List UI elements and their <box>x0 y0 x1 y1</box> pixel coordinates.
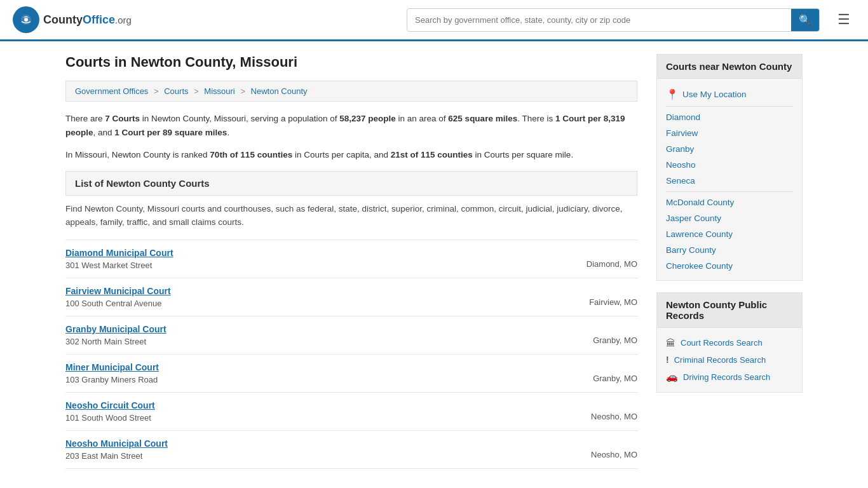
court-city-state: Neosho, MO <box>578 400 637 421</box>
sidebar-divider-2 <box>666 191 793 192</box>
table-row: Neosho Circuit Court 101 South Wood Stre… <box>65 392 637 430</box>
court-name-link[interactable]: Diamond Municipal Court <box>65 248 173 258</box>
info-paragraph-1: There are 7 Courts in Newton County, Mis… <box>65 112 637 139</box>
search-button[interactable]: 🔍 <box>791 9 819 31</box>
breadcrumb-courts[interactable]: Courts <box>164 86 188 96</box>
list-description: Find Newton County, Missouri courts and … <box>65 202 637 229</box>
logo-icon <box>13 6 39 33</box>
court-info: Neosho Municipal Court 203 East Main Str… <box>65 438 168 461</box>
search-input[interactable] <box>407 10 791 30</box>
court-info: Granby Municipal Court 302 North Main St… <box>65 324 166 346</box>
court-city-state: Granby, MO <box>580 324 637 345</box>
court-info: Fairview Municipal Court 100 South Centr… <box>65 286 171 308</box>
list-section-header: List of Newton County Courts <box>65 171 637 196</box>
menu-button[interactable]: ☰ <box>832 11 855 28</box>
table-row: Fairview Municipal Court 100 South Centr… <box>65 278 637 316</box>
courts-near-title: Courts near Newton County <box>657 55 802 79</box>
criminal-records-label: Criminal Records Search <box>674 355 766 365</box>
court-info: Miner Municipal Court 103 Granby Miners … <box>65 362 159 384</box>
court-name-link[interactable]: Neosho Municipal Court <box>65 438 168 449</box>
court-address: 100 South Central Avenue <box>65 299 162 308</box>
sidebar-link-cherokee-county[interactable]: Cherokee County <box>666 258 793 274</box>
criminal-records-icon: ! <box>666 355 669 365</box>
court-info: Neosho Circuit Court 101 South Wood Stre… <box>65 400 155 423</box>
criminal-records-search-link[interactable]: ! Criminal Records Search <box>666 351 793 368</box>
court-info: Diamond Municipal Court 301 West Market … <box>65 248 173 270</box>
court-city-state: Granby, MO <box>580 362 637 383</box>
driving-records-icon: 🚗 <box>666 371 678 383</box>
sidebar-link-barry-county[interactable]: Barry County <box>666 242 793 258</box>
court-address: 302 North Main Street <box>65 337 146 346</box>
logo-link[interactable]: CountyOffice.org <box>13 6 132 33</box>
court-name-link[interactable]: Fairview Municipal Court <box>65 286 171 296</box>
court-name-link[interactable]: Neosho Circuit Court <box>65 400 155 410</box>
breadcrumb-sep-1: > <box>154 86 159 96</box>
use-my-location-link[interactable]: 📍 Use My Location <box>666 85 793 104</box>
sidebar-link-diamond[interactable]: Diamond <box>666 109 793 125</box>
breadcrumb-missouri[interactable]: Missouri <box>204 86 234 96</box>
page-title: Courts in Newton County, Missouri <box>65 54 637 71</box>
table-row: Miner Municipal Court 103 Granby Miners … <box>65 354 637 392</box>
sidebar-link-jasper-county[interactable]: Jasper County <box>666 210 793 226</box>
court-records-label: Court Records Search <box>681 338 763 348</box>
court-address: 103 Granby Miners Road <box>65 375 158 384</box>
court-records-search-link[interactable]: 🏛 Court Records Search <box>666 334 793 351</box>
public-records-box: Newton County Public Records 🏛 Court Rec… <box>656 292 803 393</box>
search-bar: 🔍 <box>407 8 820 32</box>
sidebar-link-mcdonald-county[interactable]: McDonald County <box>666 194 793 210</box>
court-city-state: Neosho, MO <box>578 438 637 459</box>
sidebar-link-neosho[interactable]: Neosho <box>666 157 793 173</box>
table-row: Neosho Municipal Court 203 East Main Str… <box>65 430 637 469</box>
courts-near-content: 📍 Use My Location Diamond Fairview Granb… <box>657 79 802 280</box>
main-container: Courts in Newton County, Missouri Govern… <box>53 41 815 482</box>
driving-records-search-link[interactable]: 🚗 Driving Records Search <box>666 368 793 386</box>
content-area: Courts in Newton County, Missouri Govern… <box>65 54 637 469</box>
courts-list: Diamond Municipal Court 301 West Market … <box>65 240 637 469</box>
court-city-state: Diamond, MO <box>574 248 637 269</box>
sidebar-link-seneca[interactable]: Seneca <box>666 173 793 189</box>
breadcrumb-newton-county[interactable]: Newton County <box>251 86 308 96</box>
logo-text: CountyOffice.org <box>43 13 132 27</box>
breadcrumb-sep-3: > <box>240 86 245 96</box>
public-records-title: Newton County Public Records <box>657 293 802 328</box>
site-header: CountyOffice.org 🔍 ☰ <box>0 0 868 41</box>
sidebar-link-granby[interactable]: Granby <box>666 141 793 157</box>
use-my-location-label: Use My Location <box>682 90 747 99</box>
table-row: Granby Municipal Court 302 North Main St… <box>65 316 637 354</box>
sidebar-link-fairview[interactable]: Fairview <box>666 125 793 141</box>
court-name-link[interactable]: Granby Municipal Court <box>65 324 166 334</box>
courts-near-box: Courts near Newton County 📍 Use My Locat… <box>656 54 803 281</box>
court-name-link[interactable]: Miner Municipal Court <box>65 362 159 372</box>
sidebar: Courts near Newton County 📍 Use My Locat… <box>656 54 803 469</box>
driving-records-label: Driving Records Search <box>683 372 770 382</box>
breadcrumb: Government Offices > Courts > Missouri >… <box>65 81 637 102</box>
location-pin-icon: 📍 <box>666 88 679 100</box>
breadcrumb-sep-2: > <box>194 86 199 96</box>
court-address: 301 West Market Street <box>65 261 152 270</box>
public-records-content: 🏛 Court Records Search ! Criminal Record… <box>657 328 802 392</box>
table-row: Diamond Municipal Court 301 West Market … <box>65 240 637 278</box>
info-paragraph-2: In Missouri, Newton County is ranked 70t… <box>65 148 637 162</box>
court-address: 203 East Main Street <box>65 451 142 461</box>
sidebar-divider-1 <box>666 106 793 107</box>
court-records-icon: 🏛 <box>666 337 675 348</box>
breadcrumb-gov-offices[interactable]: Government Offices <box>75 86 148 96</box>
svg-point-2 <box>24 18 28 22</box>
court-city-state: Fairview, MO <box>576 286 637 307</box>
sidebar-link-lawrence-county[interactable]: Lawrence County <box>666 226 793 242</box>
court-address: 101 South Wood Street <box>65 413 151 423</box>
